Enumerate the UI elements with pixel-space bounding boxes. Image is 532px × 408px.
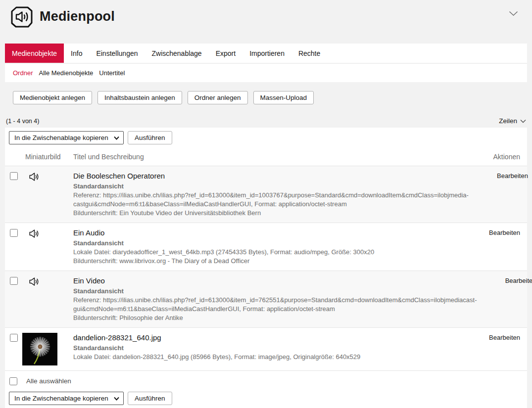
media-description-line: castgui&cmdNode=m6:t1&baseClass=ilMediaC… <box>73 200 469 209</box>
column-titel-und-beschreibung: Titel und Beschreibung <box>73 153 461 161</box>
edit-link[interactable]: Bearbeiten <box>489 229 520 236</box>
list-meta: (1 - 4 von 4) Zeilen <box>6 117 526 125</box>
bulk-action-bar-top: In die Zwischenablage kopieren Ausführen <box>5 128 527 148</box>
medienpool-page: Medienpool Medienobjekte Info Einstellun… <box>0 0 532 408</box>
audio-speaker-icon <box>28 172 73 218</box>
audio-speaker-icon <box>28 228 73 266</box>
chevron-down-icon[interactable] <box>509 11 518 16</box>
dandelion-thumbnail <box>25 333 73 365</box>
tab-medienobjekte[interactable]: Medienobjekte <box>5 44 64 63</box>
tab-importieren[interactable]: Importieren <box>242 44 291 63</box>
subtab-bar: Ordner Alle Medienobjekte Untertitel <box>5 63 527 82</box>
create-folder-button[interactable]: Ordner anlegen <box>188 91 248 104</box>
edit-link[interactable]: Bearbeiten <box>505 277 532 284</box>
create-media-object-button[interactable]: Medienobjekt anlegen <box>13 91 92 104</box>
pagination-range-top: (1 - 4 von 4) <box>6 118 39 125</box>
audio-speaker-icon <box>28 276 73 322</box>
media-description-line: Lokale Datei: diarydeadofficer_1_west_64… <box>73 248 461 257</box>
row-checkbox[interactable] <box>10 229 18 237</box>
chevron-down-icon <box>520 119 526 123</box>
column-aktionen: Aktionen <box>461 153 520 161</box>
media-description-line: Bildunterschrift: Ein Youtube Video der … <box>73 209 469 218</box>
row-checkbox[interactable] <box>10 172 18 180</box>
tab-einstellungen[interactable]: Einstellungen <box>89 44 145 63</box>
tab-rechte[interactable]: Rechte <box>291 44 327 63</box>
subtab-ordner[interactable]: Ordner <box>11 69 35 77</box>
tab-export[interactable]: Export <box>209 44 242 63</box>
execute-button-bottom[interactable]: Ausführen <box>128 392 172 405</box>
media-title: Die Booleschen Operatoren <box>73 171 469 181</box>
select-all-row: Alle auswählen <box>5 370 527 390</box>
rows-dropdown[interactable]: Zeilen <box>499 117 526 125</box>
bulk-action-select-bottom[interactable]: In die Zwischenablage kopieren <box>9 392 124 405</box>
table-row: Die Booleschen Operatoren Standardansich… <box>5 166 527 223</box>
media-description-line: Referenz: https://ilias.unibe.ch/ilias.p… <box>73 296 477 305</box>
page-title: Medienpool <box>40 9 115 24</box>
table-row: dandelion-288321_640.jpg Standardansicht… <box>5 327 527 370</box>
tab-zwischenablage[interactable]: Zwischenablage <box>145 44 208 63</box>
media-description-line: Referenz: https://ilias.unibe.ch/ilias.p… <box>73 191 469 200</box>
edit-link[interactable]: Bearbeiten <box>497 172 528 180</box>
media-view-label: Standardansicht <box>73 182 469 191</box>
media-view-label: Standardansicht <box>73 287 477 296</box>
bulk-action-bar-bottom: In die Zwischenablage kopieren Ausführen <box>5 390 527 408</box>
mediapool-speaker-icon <box>10 5 34 29</box>
row-content: dandelion-288321_640.jpg Standardansicht… <box>73 333 461 365</box>
bulk-action-select-top[interactable]: In die Zwischenablage kopieren <box>9 131 124 144</box>
column-miniaturbild: Miniaturbild <box>25 153 73 161</box>
subtab-alle-medienobjekte[interactable]: Alle Medienobjekte <box>37 69 95 77</box>
media-view-label: Standardansicht <box>73 239 461 248</box>
table-row: Ein Audio Standardansicht Lokale Datei: … <box>5 223 527 271</box>
page-header: Medienpool <box>5 0 527 44</box>
bulk-upload-button[interactable]: Massen-Upload <box>253 91 314 104</box>
media-view-label: Standardansicht <box>73 344 461 353</box>
table-header-row: Miniaturbild Titel und Beschreibung Akti… <box>5 148 527 166</box>
row-content: Ein Video Standardansicht Referenz: http… <box>73 276 477 322</box>
tab-info[interactable]: Info <box>64 44 89 63</box>
select-all-label: Alle auswählen <box>26 377 71 385</box>
media-objects-table: In die Zwischenablage kopieren Ausführen… <box>5 128 527 408</box>
edit-link[interactable]: Bearbeiten <box>489 334 520 341</box>
media-description-line: Lokale Datei: dandelion-288321_640.jpg (… <box>73 353 461 362</box>
table-row: Ein Video Standardansicht Referenz: http… <box>5 271 527 327</box>
subtab-untertitel[interactable]: Untertitel <box>97 69 127 77</box>
select-all-checkbox[interactable] <box>9 377 17 385</box>
media-title: Ein Audio <box>73 228 461 237</box>
create-content-snippet-button[interactable]: Inhaltsbaustein anlegen <box>97 91 182 104</box>
media-description-line: Bildunterschrift: www.librivox.org - The… <box>73 257 461 266</box>
rows-dropdown-label: Zeilen <box>499 117 517 125</box>
row-content: Die Booleschen Operatoren Standardansich… <box>73 171 469 218</box>
row-checkbox[interactable] <box>10 277 18 285</box>
tab-bar: Medienobjekte Info Einstellungen Zwische… <box>5 44 527 63</box>
toolbar: Medienobjekt anlegen Inhaltsbaustein anl… <box>13 91 527 104</box>
execute-button-top[interactable]: Ausführen <box>128 131 172 144</box>
media-description-line: Bildunterschrift: Philosophie der Antike <box>73 314 477 322</box>
media-description-line: gui&cmdNode=m6:t1&baseClass=ilMediaCastH… <box>73 305 477 314</box>
row-content: Ein Audio Standardansicht Lokale Datei: … <box>73 228 461 266</box>
media-title: Ein Video <box>73 276 477 285</box>
media-title: dandelion-288321_640.jpg <box>73 333 461 342</box>
row-checkbox[interactable] <box>10 334 18 342</box>
